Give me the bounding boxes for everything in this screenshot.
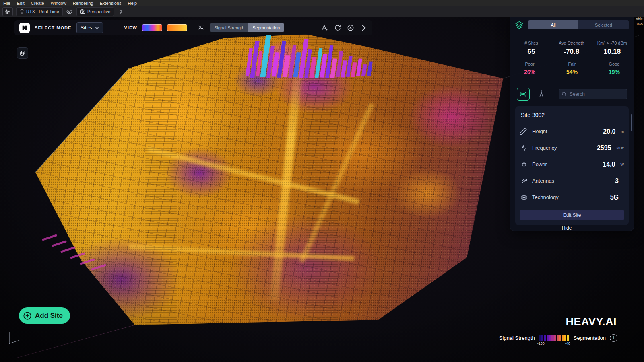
antenna-signal-icon (520, 177, 528, 185)
menu-rendering[interactable]: Rendering (73, 1, 93, 6)
edit-site-button[interactable]: Edit Site (520, 210, 624, 220)
menu-edit[interactable]: Edit (17, 1, 25, 6)
divider (192, 23, 192, 32)
toolbar-expand-chevron-icon[interactable] (117, 8, 124, 15)
overlapping-squares-icon (20, 50, 25, 56)
row-unit: W (621, 162, 624, 167)
menu-window[interactable]: Window (51, 1, 66, 6)
site-row-height[interactable]: Height 20.0 m (520, 123, 624, 140)
legend-max-tick: -40 (565, 341, 570, 346)
menu-help[interactable]: Help (128, 1, 137, 6)
row-label: Height (532, 128, 547, 134)
pointer-a-icon[interactable] (321, 24, 329, 32)
quality-label: Poor (521, 62, 539, 66)
stat-sites: # Sites 65 (517, 41, 546, 56)
stat-avg-strength: Avg Strength -70.8 (557, 41, 586, 56)
row-label: Technology (532, 194, 559, 200)
menu-create[interactable]: Create (31, 1, 44, 6)
viewport-toolbar: RTX - Real-Time Perspective (0, 6, 644, 17)
search-icon (561, 91, 567, 97)
menu-file[interactable]: File (3, 1, 10, 6)
eye-icon[interactable] (66, 8, 73, 15)
row-label: Frequency (532, 145, 557, 151)
site-filter-toggle: All Selected (528, 20, 629, 29)
frequency-wave-icon (520, 144, 528, 152)
clipped-overlay-text: 035 (637, 22, 643, 26)
chevron-down-icon (95, 25, 99, 31)
viewport-settings-icon[interactable] (2, 7, 13, 16)
row-value: 5G (610, 194, 619, 201)
row-value: 20.0 (603, 128, 615, 135)
road-highlight (147, 147, 359, 204)
quality-label: Fair (563, 62, 581, 66)
signal-gradient-wrap: -130 -40 (539, 335, 570, 346)
info-icon[interactable]: i (610, 334, 617, 342)
renderer-selector[interactable]: RTX - Real-Time (16, 7, 63, 16)
quality-fair: Fair 54% (563, 62, 581, 75)
panel-scrollbar-thumb[interactable] (631, 114, 632, 131)
row-value: 3 (615, 177, 619, 185)
quality-label: Good (605, 62, 623, 66)
site-row-frequency[interactable]: Frequency 2595 MHz (520, 140, 624, 156)
camera-icon (80, 9, 85, 14)
select-mode-label: SELECT MODE (35, 25, 72, 30)
summary-stats: # Sites 65 Avg Strength -70.8 Km² > -70 … (517, 41, 627, 56)
site-row-power[interactable]: Power 14.0 W (520, 156, 624, 173)
camera-selector[interactable]: Perspective (76, 7, 114, 16)
app-window: File Edit Create Window Rendering Extens… (0, 0, 644, 362)
legend-bar: Signal Strength -130 -40 Segmentation i (499, 333, 617, 343)
hide-panel-button[interactable]: Hide (510, 225, 623, 231)
stat-label: Avg Strength (557, 41, 586, 45)
panel-tabs (517, 88, 627, 101)
renderer-label: RTX - Real-Time (26, 9, 59, 14)
layers-icon[interactable] (515, 21, 523, 29)
view-mode-toggle: Signal Strength Segmentation (210, 23, 284, 32)
signal-palette-swatch[interactable] (167, 24, 187, 31)
filter-selected-button[interactable]: Selected (578, 20, 629, 29)
sites-panel: All Selected # Sites 65 Avg Strength -70… (510, 14, 634, 231)
ruler-icon (520, 128, 528, 136)
main-toolbar: SELECT MODE Sites VIEW Signal Strength S… (14, 20, 372, 35)
site-row-antennas[interactable]: Antennas 3 (520, 173, 624, 189)
row-value: 14.0 (603, 161, 615, 168)
row-label: Antennas (532, 178, 554, 184)
view-label: VIEW (124, 25, 137, 30)
road-highlight (299, 103, 374, 263)
axis-gizmo (6, 328, 22, 346)
menu-bar: File Edit Create Window Rendering Extens… (0, 0, 644, 6)
segmentation-palette-swatch[interactable] (142, 24, 162, 31)
row-unit: m (621, 130, 624, 134)
segmentation-toggle[interactable]: Segmentation (248, 23, 284, 32)
signal-strength-legend-label: Signal Strength (499, 335, 535, 341)
stat-value: 10.18 (597, 48, 627, 56)
row-value: 2595 (597, 144, 611, 152)
clear-selection-icon[interactable] (347, 24, 355, 32)
mode-select-value: Sites (80, 25, 92, 31)
stat-coverage-area: Km² > -70 dBm 10.18 (597, 41, 627, 56)
menu-extensions[interactable]: Extensions (100, 1, 122, 6)
quality-good: Good 19% (605, 62, 623, 75)
add-site-label: Add Site (35, 312, 63, 320)
tab-broadcast-icon[interactable] (517, 88, 530, 101)
road-highlight (129, 244, 354, 261)
filter-all-button[interactable]: All (528, 20, 578, 29)
duplicate-view-button[interactable] (17, 47, 28, 59)
map-overlay-icon[interactable] (197, 24, 205, 32)
reset-rotate-icon[interactable] (334, 24, 342, 32)
tab-tower-icon[interactable] (535, 88, 547, 100)
collapse-toolbar-chevron-icon[interactable] (359, 24, 367, 32)
mode-select-dropdown[interactable]: Sites (76, 22, 103, 33)
search-input[interactable] (559, 89, 627, 99)
camera-label: Perspective (87, 9, 110, 14)
signal-strength-toggle[interactable]: Signal Strength (210, 23, 248, 32)
add-site-button[interactable]: Add Site (19, 307, 70, 324)
site-detail-card: Site 3002 Height 20.0 m Fr (515, 106, 629, 225)
site-row-technology[interactable]: Technology 5G (520, 189, 624, 206)
stat-value: -70.8 (557, 48, 586, 56)
search-container (559, 89, 627, 99)
chip-icon (520, 193, 528, 202)
row-unit: MHz (617, 146, 624, 150)
quality-poor: Poor 26% (521, 62, 539, 75)
quality-value: 54% (563, 69, 581, 75)
divider (515, 82, 629, 82)
